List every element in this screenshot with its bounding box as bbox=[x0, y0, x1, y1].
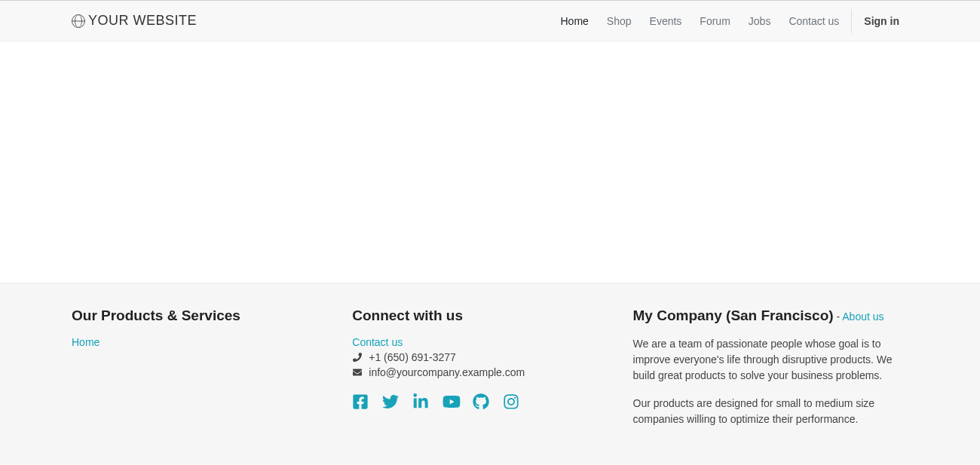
navbar: YOUR WEBSITE Home Shop Events Forum Jobs… bbox=[0, 1, 980, 41]
email-address: info@yourcompany.example.com bbox=[369, 366, 525, 378]
company-description-2: Our products are designed for small to m… bbox=[633, 396, 908, 427]
footer-col-products: Our Products & Services Home bbox=[72, 307, 322, 439]
brand-logo[interactable]: YOUR WEBSITE bbox=[72, 13, 197, 29]
phone-number: +1 (650) 691-3277 bbox=[369, 351, 456, 363]
footer-col-connect: Connect with us Contact us +1 (650) 691-… bbox=[352, 307, 602, 439]
phone-icon bbox=[352, 353, 363, 362]
globe-icon bbox=[72, 14, 85, 28]
nav-shop[interactable]: Shop bbox=[598, 9, 641, 33]
footer-heading-products: Our Products & Services bbox=[72, 307, 240, 323]
nav-jobs[interactable]: Jobs bbox=[740, 9, 780, 33]
youtube-icon[interactable] bbox=[443, 393, 459, 410]
social-icons bbox=[352, 393, 602, 410]
nav-links: Home Shop Events Forum Jobs Contact us S… bbox=[551, 9, 908, 33]
brand-text: YOUR WEBSITE bbox=[88, 13, 197, 29]
twitter-icon[interactable] bbox=[382, 393, 399, 410]
footer-phone: +1 (650) 691-3277 bbox=[352, 351, 602, 363]
nav-home[interactable]: Home bbox=[551, 9, 597, 33]
nav-forum[interactable]: Forum bbox=[691, 9, 739, 33]
footer-bottom: Copyright © My Company (San Francisco) P… bbox=[0, 454, 980, 465]
nav-contact[interactable]: Contact us bbox=[779, 9, 848, 33]
envelope-icon bbox=[352, 368, 363, 377]
footer: Our Products & Services Home Connect wit… bbox=[0, 283, 980, 454]
footer-heading-connect: Connect with us bbox=[352, 307, 463, 323]
footer-link-about[interactable]: About us bbox=[842, 311, 884, 323]
footer-link-home[interactable]: Home bbox=[72, 336, 322, 348]
facebook-icon[interactable] bbox=[352, 393, 369, 410]
github-icon[interactable] bbox=[473, 393, 489, 410]
nav-events[interactable]: Events bbox=[641, 9, 691, 33]
footer-col-company: My Company (San Francisco) - About us We… bbox=[633, 307, 908, 439]
instagram-icon[interactable] bbox=[503, 393, 519, 410]
linkedin-icon[interactable] bbox=[412, 393, 429, 410]
footer-heading-company: My Company (San Francisco) bbox=[633, 307, 834, 323]
footer-email: info@yourcompany.example.com bbox=[352, 366, 602, 378]
footer-link-contact[interactable]: Contact us bbox=[352, 336, 602, 348]
main-content bbox=[0, 41, 980, 283]
company-description-1: We are a team of passionate people whose… bbox=[633, 336, 908, 384]
nav-signin[interactable]: Sign in bbox=[851, 9, 908, 33]
